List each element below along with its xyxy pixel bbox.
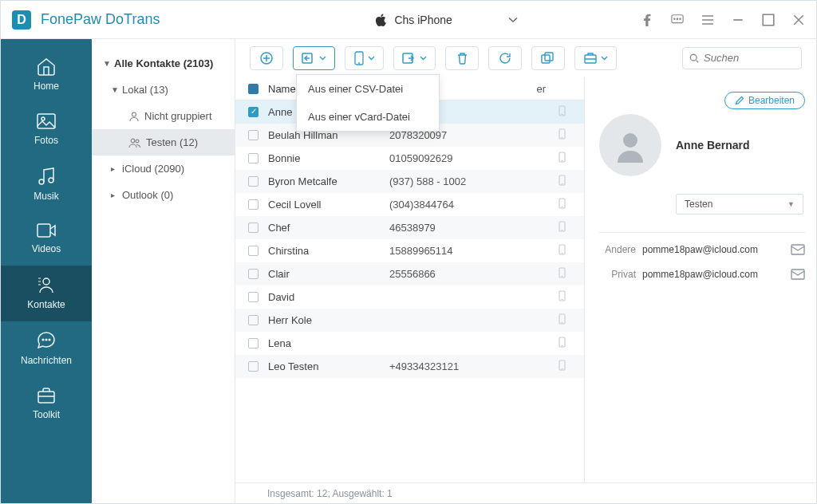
svg-point-3 (680, 18, 681, 18)
tree-testen[interactable]: Testen (12) (92, 129, 235, 156)
table-row[interactable]: Leo Testen +49334323121 (235, 355, 584, 378)
tree-ungrouped[interactable]: Nicht gruppiert (92, 103, 235, 129)
row-checkbox[interactable] (248, 292, 259, 302)
contact-phone-cell: 46538979 (389, 222, 549, 234)
svg-rect-23 (545, 53, 553, 61)
row-checkbox[interactable] (248, 361, 259, 372)
sidebar: Home Fotos Musik Videos Kontakte Nachric… (1, 39, 92, 503)
row-checkbox[interactable] (248, 176, 259, 187)
contact-phone-cell: 25556866 (389, 268, 549, 280)
contact-name-cell: Lena (268, 337, 380, 349)
sidebar-item-videos[interactable]: Videos (1, 213, 92, 266)
row-checkbox[interactable] (248, 153, 259, 163)
table-row[interactable]: Chef 46538979 (235, 216, 584, 239)
export-button[interactable] (393, 46, 436, 70)
search-input[interactable] (704, 52, 795, 64)
svg-point-15 (132, 112, 136, 116)
row-checkbox[interactable] (248, 222, 259, 233)
svg-point-6 (41, 117, 45, 120)
detail-field: Andere pomme18paw@icloud.com (599, 244, 805, 258)
app-logo: D (12, 10, 31, 30)
mail-icon[interactable] (791, 269, 805, 282)
import-vcard-option[interactable]: Aus einer vCard-Datei (297, 103, 439, 131)
device-icon (558, 313, 571, 327)
toolkit-icon (36, 387, 57, 404)
row-checkbox[interactable] (248, 315, 259, 325)
search-box[interactable] (682, 47, 802, 69)
table-row[interactable]: Cecil Lovell (304)3844764 (235, 193, 584, 216)
device-icon (558, 337, 571, 350)
delete-button[interactable] (445, 46, 479, 70)
music-icon (37, 167, 55, 186)
device-icon (558, 290, 571, 304)
svg-rect-40 (791, 270, 804, 279)
device-icon (558, 152, 571, 165)
merge-icon (541, 52, 555, 65)
table-row[interactable]: Byron Metcalfe (937) 588 - 1002 (235, 170, 584, 193)
row-checkbox[interactable] (248, 338, 259, 348)
row-checkbox[interactable] (248, 130, 259, 140)
mail-icon[interactable] (791, 244, 805, 258)
export-to-device-button[interactable] (345, 46, 384, 70)
dropdown-arrow-icon: ▼ (787, 200, 795, 208)
device-icon (558, 244, 571, 258)
row-checkbox[interactable] (248, 269, 259, 279)
svg-point-11 (42, 339, 44, 341)
apple-icon (375, 14, 386, 26)
menu-icon[interactable] (701, 14, 714, 26)
add-button[interactable] (250, 46, 283, 70)
tree-outlook[interactable]: ▸Outlook (0) (92, 182, 235, 208)
contact-phone-cell: 01059092629 (389, 152, 549, 164)
contact-name-cell: Clair (268, 268, 380, 280)
sidebar-item-music[interactable]: Musik (1, 157, 92, 213)
contact-list: Name er Anne Bernard Beulah Hillman 2078… (235, 77, 585, 482)
sidebar-item-messages[interactable]: Nachrichten (1, 321, 92, 377)
facebook-icon[interactable] (641, 14, 653, 26)
sidebar-item-label: Kontakte (27, 299, 65, 310)
contact-phone-cell: +49334323121 (389, 360, 549, 372)
table-row[interactable]: Chirstina 15889965114 (235, 239, 584, 262)
import-button[interactable] (293, 46, 335, 70)
sidebar-item-home[interactable]: Home (1, 47, 92, 103)
phone-export-icon (353, 51, 365, 65)
table-row[interactable]: Bonnie 01059092629 (235, 147, 584, 170)
search-icon (689, 53, 699, 64)
contact-name-cell: Herr Kole (268, 314, 380, 326)
tree-local[interactable]: ▼Lokal (13) (92, 77, 235, 103)
table-row[interactable]: Clair 25556866 (235, 262, 584, 285)
chevron-down-icon (508, 17, 518, 23)
sidebar-item-toolkit[interactable]: Toolkit (1, 377, 92, 431)
row-checkbox[interactable] (248, 246, 259, 256)
close-icon[interactable] (792, 14, 805, 26)
trash-icon (456, 52, 468, 65)
sidebar-item-photos[interactable]: Fotos (1, 103, 92, 157)
row-checkbox[interactable] (248, 107, 259, 117)
sidebar-item-contacts[interactable]: Kontakte (1, 266, 92, 321)
maximize-icon[interactable] (762, 14, 775, 26)
tree-all-contacts[interactable]: ▼Alle Kontakte (2103) (92, 50, 235, 77)
photos-icon (36, 112, 57, 130)
select-all-checkbox[interactable] (248, 84, 259, 94)
merge-button[interactable] (531, 46, 565, 70)
refresh-icon (499, 52, 511, 65)
toolbar (235, 39, 816, 77)
svg-rect-22 (542, 55, 550, 63)
group-select[interactable]: Testen ▼ (676, 194, 803, 215)
refresh-button[interactable] (488, 46, 522, 70)
field-value: pomme18paw@icloud.com (642, 244, 784, 255)
tree-icloud[interactable]: ▸iCloud (2090) (92, 156, 235, 182)
device-icon (558, 221, 571, 234)
svg-rect-5 (37, 114, 55, 128)
table-row[interactable]: Herr Kole (235, 309, 584, 332)
edit-button[interactable]: Bearbeiten (724, 92, 805, 109)
backup-button[interactable] (574, 46, 617, 70)
statusbar: Insgesamt: 12; Ausgewählt: 1 (235, 482, 816, 503)
table-row[interactable]: Lena (235, 332, 584, 355)
minimize-icon[interactable] (732, 14, 744, 26)
import-csv-option[interactable]: Aus einer CSV-Datei (297, 75, 439, 103)
feedback-icon[interactable] (671, 14, 684, 26)
device-selector[interactable]: Chs iPhone (367, 10, 573, 30)
table-row[interactable]: David (235, 285, 584, 309)
contact-phone-cell: (937) 588 - 1002 (389, 175, 549, 187)
row-checkbox[interactable] (248, 199, 259, 210)
